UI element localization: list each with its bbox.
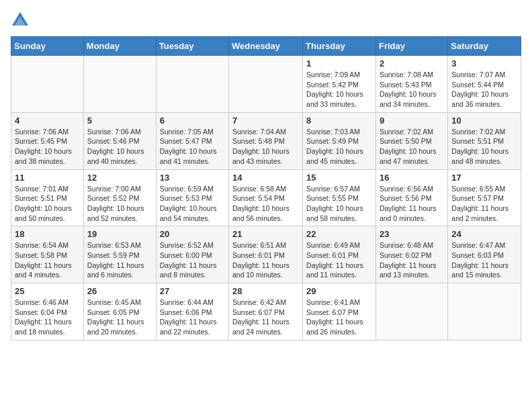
day-number: 11 (15, 173, 80, 183)
calendar-cell: 26Sunrise: 6:45 AM Sunset: 6:05 PM Dayli… (83, 283, 156, 340)
calendar-cell: 13Sunrise: 6:59 AM Sunset: 5:53 PM Dayli… (156, 169, 228, 226)
day-info: Sunrise: 6:51 AM Sunset: 6:01 PM Dayligh… (232, 240, 299, 280)
day-number: 26 (87, 286, 152, 296)
day-number: 18 (15, 229, 80, 239)
day-number: 24 (451, 229, 517, 239)
weekday-header: Tuesday (156, 37, 228, 56)
calendar-cell: 14Sunrise: 6:58 AM Sunset: 5:54 PM Dayli… (229, 169, 303, 226)
day-info: Sunrise: 7:05 AM Sunset: 5:47 PM Dayligh… (160, 127, 225, 167)
day-number: 10 (451, 116, 517, 126)
day-number: 12 (87, 173, 152, 183)
day-info: Sunrise: 7:04 AM Sunset: 5:48 PM Dayligh… (232, 127, 299, 167)
day-info: Sunrise: 7:09 AM Sunset: 5:42 PM Dayligh… (306, 70, 372, 109)
day-number: 29 (306, 286, 372, 296)
day-number: 27 (160, 286, 225, 296)
day-number: 13 (160, 173, 225, 183)
day-info: Sunrise: 6:45 AM Sunset: 6:05 PM Dayligh… (87, 298, 152, 337)
calendar-week-row: 25Sunrise: 6:46 AM Sunset: 6:04 PM Dayli… (11, 283, 521, 340)
calendar-cell (375, 283, 447, 340)
calendar-cell: 15Sunrise: 6:57 AM Sunset: 5:55 PM Dayli… (303, 169, 376, 226)
calendar-week-row: 18Sunrise: 6:54 AM Sunset: 5:58 PM Dayli… (11, 226, 521, 283)
calendar-cell: 11Sunrise: 7:01 AM Sunset: 5:51 PM Dayli… (11, 169, 84, 226)
day-number: 28 (232, 286, 299, 296)
day-info: Sunrise: 6:52 AM Sunset: 6:00 PM Dayligh… (160, 240, 225, 280)
calendar-cell: 27Sunrise: 6:44 AM Sunset: 6:06 PM Dayli… (156, 283, 228, 340)
day-info: Sunrise: 6:47 AM Sunset: 6:03 PM Dayligh… (451, 240, 517, 280)
day-number: 7 (232, 116, 299, 126)
calendar-cell: 20Sunrise: 6:52 AM Sunset: 6:00 PM Dayli… (156, 226, 228, 283)
day-info: Sunrise: 6:41 AM Sunset: 6:07 PM Dayligh… (306, 298, 372, 337)
day-info: Sunrise: 6:42 AM Sunset: 6:07 PM Dayligh… (232, 298, 299, 337)
day-info: Sunrise: 7:08 AM Sunset: 5:43 PM Dayligh… (380, 70, 444, 109)
day-info: Sunrise: 6:54 AM Sunset: 5:58 PM Dayligh… (15, 240, 80, 280)
day-info: Sunrise: 6:59 AM Sunset: 5:53 PM Dayligh… (160, 184, 225, 224)
day-number: 9 (380, 116, 444, 126)
day-info: Sunrise: 6:53 AM Sunset: 5:59 PM Dayligh… (87, 240, 152, 280)
day-info: Sunrise: 7:03 AM Sunset: 5:49 PM Dayligh… (306, 127, 372, 167)
day-number: 23 (380, 229, 444, 239)
calendar-cell: 28Sunrise: 6:42 AM Sunset: 6:07 PM Dayli… (229, 283, 303, 340)
day-number: 3 (451, 58, 517, 68)
weekday-header: Thursday (303, 37, 376, 56)
day-info: Sunrise: 6:49 AM Sunset: 6:01 PM Dayligh… (306, 240, 372, 280)
calendar-week-row: 1Sunrise: 7:09 AM Sunset: 5:42 PM Daylig… (11, 56, 521, 113)
day-info: Sunrise: 6:55 AM Sunset: 5:57 PM Dayligh… (451, 184, 517, 224)
weekday-header: Monday (83, 37, 156, 56)
calendar-cell: 10Sunrise: 7:02 AM Sunset: 5:51 PM Dayli… (448, 112, 521, 169)
day-number: 19 (87, 229, 152, 239)
day-info: Sunrise: 7:06 AM Sunset: 5:46 PM Dayligh… (87, 127, 152, 167)
page-header (11, 11, 521, 30)
calendar-week-row: 4Sunrise: 7:06 AM Sunset: 5:45 PM Daylig… (11, 112, 521, 169)
day-number: 22 (306, 229, 372, 239)
logo (11, 11, 32, 30)
day-info: Sunrise: 6:57 AM Sunset: 5:55 PM Dayligh… (306, 184, 372, 224)
calendar-cell: 6Sunrise: 7:05 AM Sunset: 5:47 PM Daylig… (156, 112, 228, 169)
day-number: 20 (160, 229, 225, 239)
weekday-header: Wednesday (229, 37, 303, 56)
weekday-header: Saturday (448, 37, 521, 56)
day-number: 14 (232, 173, 299, 183)
day-info: Sunrise: 7:02 AM Sunset: 5:50 PM Dayligh… (380, 127, 444, 167)
calendar-cell: 25Sunrise: 6:46 AM Sunset: 6:04 PM Dayli… (11, 283, 84, 340)
calendar-cell: 17Sunrise: 6:55 AM Sunset: 5:57 PM Dayli… (448, 169, 521, 226)
calendar-cell: 16Sunrise: 6:56 AM Sunset: 5:56 PM Dayli… (375, 169, 447, 226)
day-number: 8 (306, 116, 372, 126)
day-number: 17 (451, 173, 517, 183)
day-number: 5 (87, 116, 152, 126)
day-number: 4 (15, 116, 80, 126)
calendar-cell: 29Sunrise: 6:41 AM Sunset: 6:07 PM Dayli… (303, 283, 376, 340)
day-info: Sunrise: 6:46 AM Sunset: 6:04 PM Dayligh… (15, 298, 80, 337)
day-number: 15 (306, 173, 372, 183)
calendar-cell: 21Sunrise: 6:51 AM Sunset: 6:01 PM Dayli… (229, 226, 303, 283)
calendar-cell: 18Sunrise: 6:54 AM Sunset: 5:58 PM Dayli… (11, 226, 84, 283)
day-info: Sunrise: 7:02 AM Sunset: 5:51 PM Dayligh… (451, 127, 517, 167)
day-info: Sunrise: 6:56 AM Sunset: 5:56 PM Dayligh… (380, 184, 444, 224)
weekday-header-row: SundayMondayTuesdayWednesdayThursdayFrid… (11, 37, 521, 56)
calendar-cell (83, 56, 156, 113)
day-number: 25 (15, 286, 80, 296)
calendar-cell: 12Sunrise: 7:00 AM Sunset: 5:52 PM Dayli… (83, 169, 156, 226)
calendar-cell: 23Sunrise: 6:48 AM Sunset: 6:02 PM Dayli… (375, 226, 447, 283)
calendar-cell (156, 56, 228, 113)
calendar-cell: 24Sunrise: 6:47 AM Sunset: 6:03 PM Dayli… (448, 226, 521, 283)
weekday-header: Sunday (11, 37, 84, 56)
calendar-cell: 7Sunrise: 7:04 AM Sunset: 5:48 PM Daylig… (229, 112, 303, 169)
calendar-cell: 22Sunrise: 6:49 AM Sunset: 6:01 PM Dayli… (303, 226, 376, 283)
calendar-cell: 3Sunrise: 7:07 AM Sunset: 5:44 PM Daylig… (448, 56, 521, 113)
day-number: 2 (380, 58, 444, 68)
calendar-cell: 2Sunrise: 7:08 AM Sunset: 5:43 PM Daylig… (375, 56, 447, 113)
calendar-week-row: 11Sunrise: 7:01 AM Sunset: 5:51 PM Dayli… (11, 169, 521, 226)
calendar-cell: 4Sunrise: 7:06 AM Sunset: 5:45 PM Daylig… (11, 112, 84, 169)
day-info: Sunrise: 7:07 AM Sunset: 5:44 PM Dayligh… (451, 70, 517, 109)
day-number: 21 (232, 229, 299, 239)
day-number: 6 (160, 116, 225, 126)
calendar-cell (448, 283, 521, 340)
day-info: Sunrise: 7:01 AM Sunset: 5:51 PM Dayligh… (15, 184, 80, 224)
calendar-table: SundayMondayTuesdayWednesdayThursdayFrid… (11, 36, 521, 340)
day-info: Sunrise: 6:58 AM Sunset: 5:54 PM Dayligh… (232, 184, 299, 224)
calendar-cell (11, 56, 84, 113)
day-info: Sunrise: 6:48 AM Sunset: 6:02 PM Dayligh… (380, 240, 444, 280)
calendar-cell: 5Sunrise: 7:06 AM Sunset: 5:46 PM Daylig… (83, 112, 156, 169)
day-number: 16 (380, 173, 444, 183)
day-info: Sunrise: 7:06 AM Sunset: 5:45 PM Dayligh… (15, 127, 80, 167)
